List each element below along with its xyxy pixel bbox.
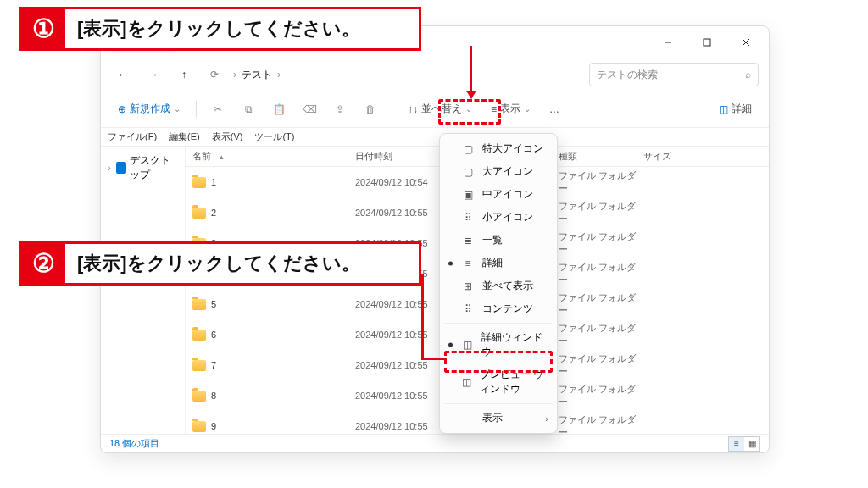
caret-icon: › xyxy=(106,164,113,173)
delete-button[interactable]: 🗑 xyxy=(358,97,383,122)
view-option-icon: ▣ xyxy=(462,189,474,201)
address-bar: ← → ↑ ⟳ › テスト › テストの検索 ⌕ xyxy=(101,58,769,91)
pane-option-icon: ◫ xyxy=(462,339,473,351)
breadcrumb[interactable]: › テスト › xyxy=(233,68,582,82)
status-text: 18 個の項目 xyxy=(109,437,159,450)
rename-icon: ⌫ xyxy=(303,103,317,115)
explorer-window: テスト ✕ ＋ ← → ↑ ⟳ › テスト › テストの検索 ⌕ ⊕新規作成⌄ … xyxy=(100,25,770,453)
view-dropdown: ▢特大アイコン▢大アイコン▣中アイコン⠿小アイコン≣一覧≡詳細⊞並べて表示⠿コン… xyxy=(439,133,558,434)
annotation-connector-2 xyxy=(421,274,447,360)
share-button[interactable]: ⇪ xyxy=(327,97,353,122)
menu-edit[interactable]: 編集(E) xyxy=(169,130,200,143)
chevron-right-icon: › xyxy=(545,413,548,424)
search-icon: ⌕ xyxy=(745,69,751,80)
annotation-arrow-1 xyxy=(470,46,472,98)
paste-button[interactable]: 📋 xyxy=(266,97,292,122)
menubar: ファイル(F) 編集(E) 表示(V) ツール(T) xyxy=(101,128,769,147)
details-view-icon[interactable]: ≡ xyxy=(729,437,744,451)
view-option-icon: ⊞ xyxy=(462,280,474,292)
menu-item[interactable]: ≣一覧 xyxy=(440,229,557,252)
svg-rect-1 xyxy=(704,39,710,46)
menu-item[interactable]: ◫プレビュー ウィンドウ xyxy=(440,363,557,401)
list-icon: ≡ xyxy=(491,103,497,115)
sort-icon: ↑↓ xyxy=(408,103,418,115)
search-input[interactable]: テストの検索 ⌕ xyxy=(589,63,759,86)
plus-circle-icon: ⊕ xyxy=(118,103,126,115)
crumb[interactable]: テスト xyxy=(242,68,272,82)
nav-pane: › デスクトップ xyxy=(101,147,186,434)
search-placeholder: テストの検索 xyxy=(597,68,658,82)
callout-2: ② [表示]をクリックしてください。 xyxy=(19,241,421,286)
menu-item[interactable]: ▢特大アイコン xyxy=(440,137,557,160)
folder-icon xyxy=(192,360,206,371)
minimize-button[interactable] xyxy=(648,29,687,56)
chevron-icon: › xyxy=(233,69,236,80)
clipboard-icon: 📋 xyxy=(273,103,286,115)
trash-icon: 🗑 xyxy=(365,103,376,115)
share-icon: ⇪ xyxy=(336,103,344,115)
copy-button[interactable]: ⧉ xyxy=(236,97,261,122)
cut-button[interactable]: ✂ xyxy=(205,97,231,122)
chevron-icon: › xyxy=(277,69,281,80)
folder-icon xyxy=(192,177,206,188)
folder-icon xyxy=(192,330,206,341)
menu-item[interactable]: ≡詳細 xyxy=(440,252,557,274)
col-name[interactable]: 名前▴ xyxy=(186,150,355,163)
view-option-icon: ⠿ xyxy=(462,212,474,224)
pane-option-icon: ◫ xyxy=(462,376,471,388)
rename-button[interactable]: ⌫ xyxy=(297,97,322,122)
toolbar: ⊕新規作成⌄ ✂ ⧉ 📋 ⌫ ⇪ 🗑 ↑↓並べ替え⌄ ≡表示⌄ … ◫詳細 xyxy=(101,91,769,128)
view-option-icon: ⠿ xyxy=(462,303,474,315)
menu-item[interactable]: ▣中アイコン xyxy=(440,183,557,206)
view-toggle[interactable]: ≡▦ xyxy=(728,436,760,452)
menu-view[interactable]: 表示(V) xyxy=(212,130,243,143)
menu-item[interactable]: ◫詳細ウィンドウ xyxy=(440,326,557,363)
callout-1-text: [表示]をクリックしてください。 xyxy=(65,9,372,48)
col-size[interactable]: サイズ xyxy=(643,150,686,163)
menu-show-submenu[interactable]: 表示 › xyxy=(440,407,557,430)
callout-2-number: ② xyxy=(21,244,65,283)
view-option-icon: ▢ xyxy=(462,166,474,178)
menu-file[interactable]: ファイル(F) xyxy=(108,130,157,143)
up-button[interactable]: ↑ xyxy=(172,63,196,86)
detail-pane-button[interactable]: ◫詳細 xyxy=(712,97,759,122)
refresh-button[interactable]: ⟳ xyxy=(203,63,226,86)
menu-item[interactable]: ▢大アイコン xyxy=(440,160,557,183)
view-option-icon: ≡ xyxy=(462,258,474,269)
folder-icon xyxy=(192,391,206,402)
callout-1: ① [表示]をクリックしてください。 xyxy=(19,7,421,51)
view-option-icon: ▢ xyxy=(462,143,474,155)
folder-icon xyxy=(192,208,206,219)
pane-icon: ◫ xyxy=(719,103,728,115)
view-option-icon: ≣ xyxy=(462,235,474,247)
desktop-icon xyxy=(116,162,126,174)
folder-icon xyxy=(192,299,206,310)
icons-view-icon[interactable]: ▦ xyxy=(744,437,760,451)
new-button[interactable]: ⊕新規作成⌄ xyxy=(111,97,187,122)
copy-icon: ⧉ xyxy=(245,103,253,115)
back-button[interactable]: ← xyxy=(111,63,135,86)
nav-desktop[interactable]: › デスクトップ xyxy=(104,150,181,186)
sort-button[interactable]: ↑↓並べ替え⌄ xyxy=(401,97,479,122)
menu-item[interactable]: ⠿コンテンツ xyxy=(440,297,557,320)
sort-asc-icon: ▴ xyxy=(220,152,224,161)
callout-1-number: ① xyxy=(21,9,65,48)
callout-2-text: [表示]をクリックしてください。 xyxy=(65,244,372,283)
status-bar: 18 個の項目 ≡▦ xyxy=(101,434,769,452)
maximize-button[interactable] xyxy=(687,29,726,56)
more-button[interactable]: … xyxy=(542,97,566,122)
col-type[interactable]: 種類 xyxy=(559,150,643,163)
forward-button[interactable]: → xyxy=(142,63,165,86)
menu-item[interactable]: ⊞並べて表示 xyxy=(440,274,557,297)
scissors-icon: ✂ xyxy=(214,103,222,115)
menu-item[interactable]: ⠿小アイコン xyxy=(440,206,557,229)
menu-tool[interactable]: ツール(T) xyxy=(254,130,294,143)
close-button[interactable] xyxy=(726,29,765,56)
view-button[interactable]: ≡表示⌄ xyxy=(484,97,537,122)
folder-icon xyxy=(192,421,206,432)
